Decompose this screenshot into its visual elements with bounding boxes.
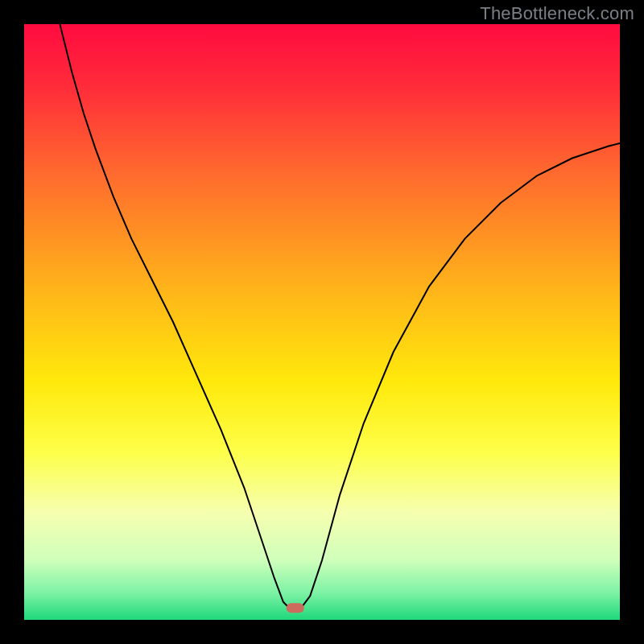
min-marker [287, 603, 304, 613]
chart-plot [24, 24, 620, 620]
watermark-text: TheBottleneck.com [480, 3, 634, 24]
chart-frame: TheBottleneck.com [0, 0, 644, 644]
plot-background [24, 24, 620, 620]
